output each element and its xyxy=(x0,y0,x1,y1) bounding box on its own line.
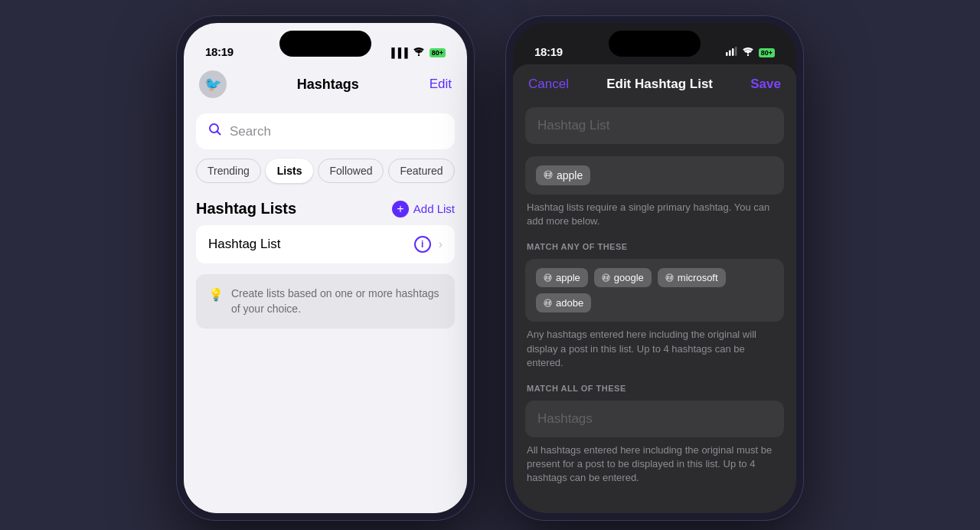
info-icon[interactable]: i xyxy=(414,236,431,253)
match-any-area[interactable]: apple google microsoft adobe xyxy=(525,259,784,322)
chevron-right-icon: › xyxy=(439,237,443,251)
list-name-input[interactable] xyxy=(537,118,772,133)
tab-followed[interactable]: Followed xyxy=(318,159,384,183)
hashtag-microsoft: microsoft xyxy=(678,272,718,283)
list-row-icons: i › xyxy=(414,236,443,253)
signal-icon: ▐▐▐ xyxy=(388,47,408,58)
left-screen-content: 🐦 Hashtags Edit Search Trending Lists Fo… xyxy=(184,64,467,513)
match-all-label: MATCH ALL OF THESE xyxy=(525,384,784,393)
battery-right: 80+ xyxy=(759,48,775,57)
search-placeholder: Search xyxy=(230,124,271,139)
wifi-icon xyxy=(413,47,425,58)
modal-sheet: Cancel Edit Hashtag List Save xyxy=(513,64,796,513)
svg-point-0 xyxy=(418,54,420,56)
hashtag-list-row[interactable]: Hashtag List i › xyxy=(196,225,455,263)
wifi-icon-right xyxy=(742,47,754,58)
lightbulb-icon: 💡 xyxy=(208,287,224,302)
match-all-input-container[interactable] xyxy=(525,401,784,437)
modal-title: Edit Hashtag List xyxy=(606,77,713,92)
status-icons-right: 80+ xyxy=(725,47,775,58)
avatar[interactable]: 🐦 xyxy=(199,70,227,98)
page-title: Hashtags xyxy=(297,77,359,93)
list-name-input-container[interactable] xyxy=(525,107,784,144)
hashtag-google: google xyxy=(614,272,644,283)
svg-point-6 xyxy=(747,54,749,56)
nav-bar-left: 🐦 Hashtags Edit xyxy=(184,64,467,107)
signal-icon-right xyxy=(725,47,737,58)
primary-hint-text: Hashtag lists require a single primary h… xyxy=(525,201,784,228)
primary-hashtag-chip: apple xyxy=(536,165,590,185)
svg-point-8 xyxy=(544,274,551,281)
svg-rect-3 xyxy=(729,51,731,57)
tab-lists[interactable]: Lists xyxy=(266,159,314,183)
time-left: 18:19 xyxy=(205,45,234,58)
svg-rect-5 xyxy=(735,47,737,56)
hashtag-symbol-icon xyxy=(544,169,553,182)
section-title: Hashtag Lists xyxy=(196,200,296,218)
hashtag-chip-google: google xyxy=(594,268,652,287)
svg-rect-4 xyxy=(732,48,734,56)
modal-body: apple Hashtag lists require a single pri… xyxy=(513,101,796,504)
svg-point-9 xyxy=(603,274,609,281)
svg-point-11 xyxy=(544,299,551,306)
hashtag-chip-adobe: adobe xyxy=(536,293,591,312)
svg-point-10 xyxy=(666,274,673,281)
edit-button[interactable]: Edit xyxy=(430,77,452,92)
match-any-label: MATCH ANY OF THESE xyxy=(525,242,784,251)
svg-point-7 xyxy=(544,171,552,178)
dynamic-island xyxy=(279,31,371,57)
primary-hashtag-area[interactable]: apple xyxy=(525,156,784,195)
search-icon xyxy=(208,123,222,140)
add-list-label: Add List xyxy=(413,202,455,215)
modal-header: Cancel Edit Hashtag List Save xyxy=(513,64,796,101)
hint-text: Create lists based on one or more hashta… xyxy=(231,286,443,316)
status-icons-left: ▐▐▐ 80+ xyxy=(388,47,446,58)
tab-trending[interactable]: Trending xyxy=(196,159,261,183)
add-circle-icon: + xyxy=(392,201,409,218)
cancel-button[interactable]: Cancel xyxy=(528,77,569,92)
match-all-input[interactable] xyxy=(537,411,772,427)
tabs-row: Trending Lists Followed Featured xyxy=(184,159,467,194)
match-any-hint: Any hashtags entered here including the … xyxy=(525,328,784,370)
match-all-hint: All hashtags entered here including the … xyxy=(525,443,784,486)
hashtag-chip-microsoft: microsoft xyxy=(658,268,726,287)
list-row-title: Hashtag List xyxy=(208,237,281,252)
search-bar[interactable]: Search xyxy=(196,113,455,149)
battery-left: 80+ xyxy=(430,48,446,57)
hashtag-adobe: adobe xyxy=(556,297,583,309)
dynamic-island-right xyxy=(609,31,701,57)
add-list-button[interactable]: + Add List xyxy=(392,201,455,218)
hint-box: 💡 Create lists based on one or more hash… xyxy=(196,274,455,329)
right-phone: 18:19 xyxy=(505,15,804,521)
tab-featured[interactable]: Featured xyxy=(388,159,454,183)
right-screen-content: Cancel Edit Hashtag List Save xyxy=(513,64,796,513)
primary-hashtag-label: apple xyxy=(557,169,583,182)
hashtag-apple: apple xyxy=(556,272,580,283)
hashtag-lists-header: Hashtag Lists + Add List xyxy=(184,194,467,225)
time-right: 18:19 xyxy=(534,45,563,58)
hashtag-chip-apple: apple xyxy=(536,268,588,287)
save-button[interactable]: Save xyxy=(750,77,781,92)
left-phone: 18:19 ▐▐▐ 80+ 🐦 Hashtags Edi xyxy=(176,15,475,521)
svg-rect-2 xyxy=(726,52,728,56)
